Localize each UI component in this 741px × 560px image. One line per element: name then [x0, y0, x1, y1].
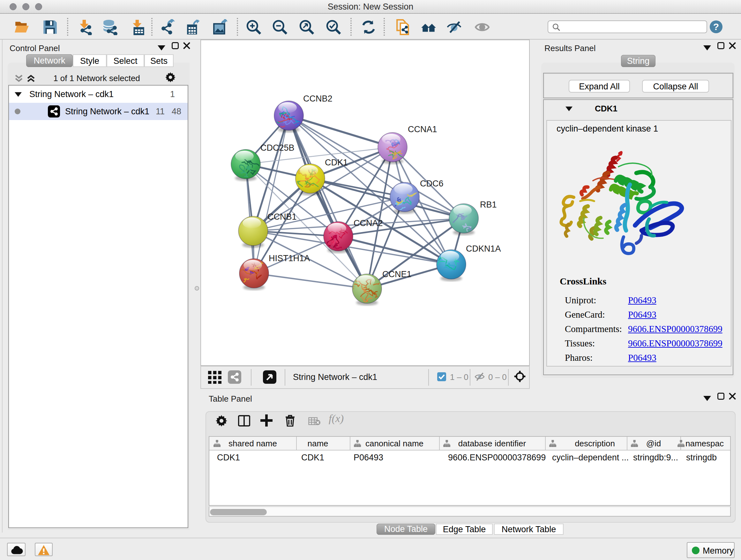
svg-text:CDC25B: CDC25B	[260, 143, 294, 152]
svg-text:CDKN1A: CDKN1A	[466, 244, 501, 253]
svg-text:CCNE1: CCNE1	[382, 269, 412, 279]
svg-text:CCNA2: CCNA2	[354, 219, 383, 228]
svg-text:CCNB2: CCNB2	[303, 94, 333, 104]
svg-text:CCNA1: CCNA1	[408, 125, 437, 134]
svg-text:CDC6: CDC6	[420, 179, 444, 188]
svg-text:RB1: RB1	[480, 200, 497, 209]
svg-text:HIST1H1A: HIST1H1A	[269, 253, 310, 263]
svg-text:CDK1: CDK1	[325, 158, 348, 167]
svg-text:CCNB1: CCNB1	[267, 212, 297, 222]
